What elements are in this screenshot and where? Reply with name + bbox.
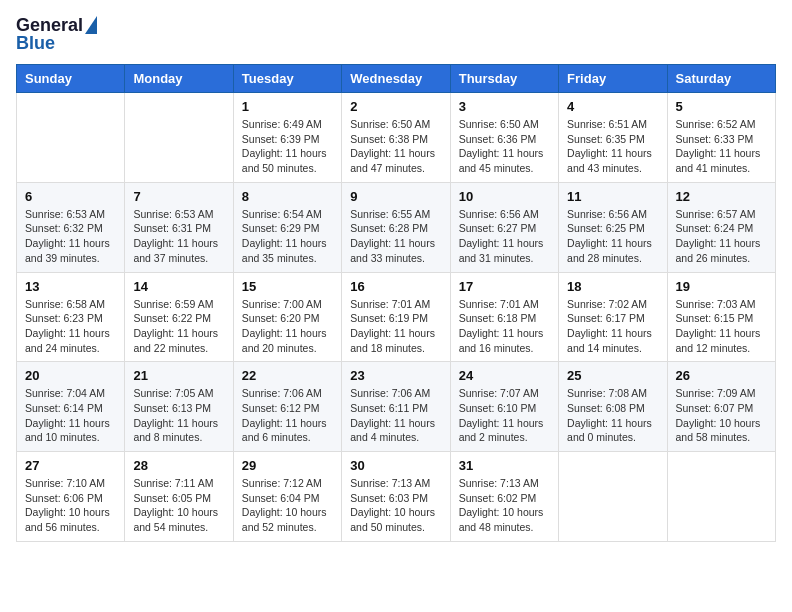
calendar-cell: 22Sunrise: 7:06 AM Sunset: 6:12 PM Dayli… bbox=[233, 362, 341, 452]
calendar-cell: 25Sunrise: 7:08 AM Sunset: 6:08 PM Dayli… bbox=[559, 362, 667, 452]
day-number: 18 bbox=[567, 279, 658, 294]
day-number: 16 bbox=[350, 279, 441, 294]
calendar-cell: 14Sunrise: 6:59 AM Sunset: 6:22 PM Dayli… bbox=[125, 272, 233, 362]
day-number: 30 bbox=[350, 458, 441, 473]
day-number: 1 bbox=[242, 99, 333, 114]
calendar-cell: 15Sunrise: 7:00 AM Sunset: 6:20 PM Dayli… bbox=[233, 272, 341, 362]
day-number: 31 bbox=[459, 458, 550, 473]
day-info: Sunrise: 6:56 AM Sunset: 6:25 PM Dayligh… bbox=[567, 207, 658, 266]
day-info: Sunrise: 7:08 AM Sunset: 6:08 PM Dayligh… bbox=[567, 386, 658, 445]
day-number: 23 bbox=[350, 368, 441, 383]
day-number: 6 bbox=[25, 189, 116, 204]
day-number: 28 bbox=[133, 458, 224, 473]
day-info: Sunrise: 6:53 AM Sunset: 6:32 PM Dayligh… bbox=[25, 207, 116, 266]
day-info: Sunrise: 7:02 AM Sunset: 6:17 PM Dayligh… bbox=[567, 297, 658, 356]
day-number: 10 bbox=[459, 189, 550, 204]
calendar-cell: 5Sunrise: 6:52 AM Sunset: 6:33 PM Daylig… bbox=[667, 93, 775, 183]
day-info: Sunrise: 6:51 AM Sunset: 6:35 PM Dayligh… bbox=[567, 117, 658, 176]
calendar-week-5: 27Sunrise: 7:10 AM Sunset: 6:06 PM Dayli… bbox=[17, 452, 776, 542]
day-info: Sunrise: 7:12 AM Sunset: 6:04 PM Dayligh… bbox=[242, 476, 333, 535]
calendar-cell: 9Sunrise: 6:55 AM Sunset: 6:28 PM Daylig… bbox=[342, 182, 450, 272]
calendar-cell bbox=[17, 93, 125, 183]
calendar-cell: 11Sunrise: 6:56 AM Sunset: 6:25 PM Dayli… bbox=[559, 182, 667, 272]
day-info: Sunrise: 7:09 AM Sunset: 6:07 PM Dayligh… bbox=[676, 386, 767, 445]
weekday-header-sunday: Sunday bbox=[17, 65, 125, 93]
day-info: Sunrise: 6:58 AM Sunset: 6:23 PM Dayligh… bbox=[25, 297, 116, 356]
calendar-cell: 26Sunrise: 7:09 AM Sunset: 6:07 PM Dayli… bbox=[667, 362, 775, 452]
logo-blue-text: Blue bbox=[16, 34, 55, 52]
logo-general-text: General bbox=[16, 16, 83, 34]
day-info: Sunrise: 7:11 AM Sunset: 6:05 PM Dayligh… bbox=[133, 476, 224, 535]
calendar-cell: 17Sunrise: 7:01 AM Sunset: 6:18 PM Dayli… bbox=[450, 272, 558, 362]
day-number: 22 bbox=[242, 368, 333, 383]
day-number: 20 bbox=[25, 368, 116, 383]
day-number: 4 bbox=[567, 99, 658, 114]
calendar-cell: 13Sunrise: 6:58 AM Sunset: 6:23 PM Dayli… bbox=[17, 272, 125, 362]
calendar-cell: 24Sunrise: 7:07 AM Sunset: 6:10 PM Dayli… bbox=[450, 362, 558, 452]
calendar-cell: 3Sunrise: 6:50 AM Sunset: 6:36 PM Daylig… bbox=[450, 93, 558, 183]
calendar-cell: 29Sunrise: 7:12 AM Sunset: 6:04 PM Dayli… bbox=[233, 452, 341, 542]
day-number: 24 bbox=[459, 368, 550, 383]
calendar-cell: 31Sunrise: 7:13 AM Sunset: 6:02 PM Dayli… bbox=[450, 452, 558, 542]
weekday-header-wednesday: Wednesday bbox=[342, 65, 450, 93]
day-info: Sunrise: 6:53 AM Sunset: 6:31 PM Dayligh… bbox=[133, 207, 224, 266]
day-info: Sunrise: 7:10 AM Sunset: 6:06 PM Dayligh… bbox=[25, 476, 116, 535]
day-info: Sunrise: 7:05 AM Sunset: 6:13 PM Dayligh… bbox=[133, 386, 224, 445]
day-number: 14 bbox=[133, 279, 224, 294]
calendar-cell: 12Sunrise: 6:57 AM Sunset: 6:24 PM Dayli… bbox=[667, 182, 775, 272]
calendar-cell: 27Sunrise: 7:10 AM Sunset: 6:06 PM Dayli… bbox=[17, 452, 125, 542]
day-number: 19 bbox=[676, 279, 767, 294]
day-number: 11 bbox=[567, 189, 658, 204]
calendar-week-3: 13Sunrise: 6:58 AM Sunset: 6:23 PM Dayli… bbox=[17, 272, 776, 362]
calendar-cell: 30Sunrise: 7:13 AM Sunset: 6:03 PM Dayli… bbox=[342, 452, 450, 542]
day-info: Sunrise: 7:01 AM Sunset: 6:18 PM Dayligh… bbox=[459, 297, 550, 356]
calendar-cell: 2Sunrise: 6:50 AM Sunset: 6:38 PM Daylig… bbox=[342, 93, 450, 183]
day-number: 26 bbox=[676, 368, 767, 383]
day-info: Sunrise: 6:56 AM Sunset: 6:27 PM Dayligh… bbox=[459, 207, 550, 266]
day-info: Sunrise: 7:01 AM Sunset: 6:19 PM Dayligh… bbox=[350, 297, 441, 356]
calendar-cell: 7Sunrise: 6:53 AM Sunset: 6:31 PM Daylig… bbox=[125, 182, 233, 272]
calendar-cell: 18Sunrise: 7:02 AM Sunset: 6:17 PM Dayli… bbox=[559, 272, 667, 362]
day-number: 29 bbox=[242, 458, 333, 473]
weekday-header-tuesday: Tuesday bbox=[233, 65, 341, 93]
day-info: Sunrise: 6:55 AM Sunset: 6:28 PM Dayligh… bbox=[350, 207, 441, 266]
day-number: 2 bbox=[350, 99, 441, 114]
day-info: Sunrise: 7:13 AM Sunset: 6:03 PM Dayligh… bbox=[350, 476, 441, 535]
day-info: Sunrise: 6:49 AM Sunset: 6:39 PM Dayligh… bbox=[242, 117, 333, 176]
calendar-cell: 16Sunrise: 7:01 AM Sunset: 6:19 PM Dayli… bbox=[342, 272, 450, 362]
weekday-header-saturday: Saturday bbox=[667, 65, 775, 93]
day-number: 7 bbox=[133, 189, 224, 204]
calendar-cell: 1Sunrise: 6:49 AM Sunset: 6:39 PM Daylig… bbox=[233, 93, 341, 183]
day-info: Sunrise: 7:03 AM Sunset: 6:15 PM Dayligh… bbox=[676, 297, 767, 356]
day-info: Sunrise: 6:50 AM Sunset: 6:38 PM Dayligh… bbox=[350, 117, 441, 176]
day-info: Sunrise: 7:06 AM Sunset: 6:12 PM Dayligh… bbox=[242, 386, 333, 445]
day-info: Sunrise: 7:06 AM Sunset: 6:11 PM Dayligh… bbox=[350, 386, 441, 445]
calendar-cell: 6Sunrise: 6:53 AM Sunset: 6:32 PM Daylig… bbox=[17, 182, 125, 272]
day-info: Sunrise: 6:54 AM Sunset: 6:29 PM Dayligh… bbox=[242, 207, 333, 266]
calendar-week-4: 20Sunrise: 7:04 AM Sunset: 6:14 PM Dayli… bbox=[17, 362, 776, 452]
calendar-cell: 8Sunrise: 6:54 AM Sunset: 6:29 PM Daylig… bbox=[233, 182, 341, 272]
calendar-week-2: 6Sunrise: 6:53 AM Sunset: 6:32 PM Daylig… bbox=[17, 182, 776, 272]
logo: General Blue bbox=[16, 16, 97, 52]
logo-triangle-icon bbox=[85, 16, 97, 34]
weekday-header-monday: Monday bbox=[125, 65, 233, 93]
calendar-cell: 4Sunrise: 6:51 AM Sunset: 6:35 PM Daylig… bbox=[559, 93, 667, 183]
day-number: 3 bbox=[459, 99, 550, 114]
day-number: 5 bbox=[676, 99, 767, 114]
calendar-cell: 19Sunrise: 7:03 AM Sunset: 6:15 PM Dayli… bbox=[667, 272, 775, 362]
day-number: 9 bbox=[350, 189, 441, 204]
calendar-cell bbox=[559, 452, 667, 542]
day-info: Sunrise: 6:59 AM Sunset: 6:22 PM Dayligh… bbox=[133, 297, 224, 356]
day-number: 25 bbox=[567, 368, 658, 383]
day-number: 13 bbox=[25, 279, 116, 294]
day-info: Sunrise: 6:57 AM Sunset: 6:24 PM Dayligh… bbox=[676, 207, 767, 266]
calendar-cell: 20Sunrise: 7:04 AM Sunset: 6:14 PM Dayli… bbox=[17, 362, 125, 452]
calendar-table: SundayMondayTuesdayWednesdayThursdayFrid… bbox=[16, 64, 776, 542]
day-info: Sunrise: 6:50 AM Sunset: 6:36 PM Dayligh… bbox=[459, 117, 550, 176]
weekday-header-thursday: Thursday bbox=[450, 65, 558, 93]
weekday-header-friday: Friday bbox=[559, 65, 667, 93]
weekday-header-row: SundayMondayTuesdayWednesdayThursdayFrid… bbox=[17, 65, 776, 93]
calendar-cell bbox=[667, 452, 775, 542]
day-number: 12 bbox=[676, 189, 767, 204]
day-number: 15 bbox=[242, 279, 333, 294]
